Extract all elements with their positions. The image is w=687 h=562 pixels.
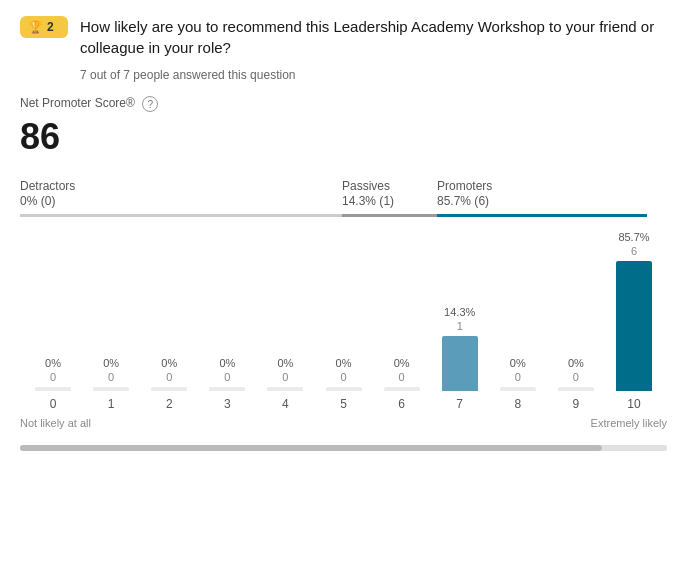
bar-pct-9: 0% — [568, 357, 584, 369]
question-badge: 🏆 2 — [20, 16, 68, 38]
bar-col-9: 0%0 — [547, 357, 605, 391]
promoters-category: Promoters 85.7% (6) — [437, 178, 647, 227]
bar-fill-0 — [35, 387, 71, 391]
bar-pct-8: 0% — [510, 357, 526, 369]
bar-col-3: 0%0 — [198, 357, 256, 391]
bar-pct-7: 14.3% — [444, 306, 475, 318]
bar-fill-10 — [616, 261, 652, 391]
bar-label-9: 9 — [547, 397, 605, 411]
bar-fill-5 — [326, 387, 362, 391]
passives-bar — [342, 214, 437, 217]
bar-fill-2 — [151, 387, 187, 391]
labels-row: 012345678910 — [20, 397, 667, 411]
passives-label: Passives — [342, 179, 390, 193]
extreme-labels: Not likely at all Extremely likely — [20, 417, 667, 429]
chart-area: 0%00%00%00%00%00%00%014.3%10%00%085.7%6 … — [20, 231, 667, 429]
bar-fill-7 — [442, 336, 478, 391]
nps-label: Net Promoter Score® ? — [20, 96, 667, 112]
bar-count-7: 1 — [457, 320, 463, 332]
bar-col-2: 0%0 — [140, 357, 198, 391]
passives-value: 14.3% (1) — [342, 194, 394, 208]
promoters-value: 85.7% (6) — [437, 194, 489, 208]
bar-col-10: 85.7%6 — [605, 231, 663, 391]
bar-col-0: 0%0 — [24, 357, 82, 391]
bar-pct-0: 0% — [45, 357, 61, 369]
bar-count-1: 0 — [108, 371, 114, 383]
detractors-category: Detractors 0% (0) — [20, 178, 342, 227]
badge-number: 2 — [47, 20, 54, 34]
bar-count-8: 0 — [515, 371, 521, 383]
bar-col-1: 0%0 — [82, 357, 140, 391]
bar-col-8: 0%0 — [489, 357, 547, 391]
detractors-value: 0% (0) — [20, 194, 55, 208]
bar-pct-4: 0% — [277, 357, 293, 369]
bar-label-1: 1 — [82, 397, 140, 411]
nps-help-button[interactable]: ? — [142, 96, 158, 112]
bar-fill-8 — [500, 387, 536, 391]
bar-label-7: 7 — [431, 397, 489, 411]
bar-count-10: 6 — [631, 245, 637, 257]
respondents-text: 7 out of 7 people answered this question — [80, 68, 667, 82]
bar-col-4: 0%0 — [256, 357, 314, 391]
right-extreme: Extremely likely — [591, 417, 667, 429]
bar-pct-10: 85.7% — [618, 231, 649, 243]
bar-count-2: 0 — [166, 371, 172, 383]
bar-fill-4 — [267, 387, 303, 391]
bar-label-3: 3 — [198, 397, 256, 411]
passives-category: Passives 14.3% (1) — [342, 178, 437, 227]
scrollbar-thumb — [20, 445, 602, 451]
bar-pct-1: 0% — [103, 357, 119, 369]
bars-row: 0%00%00%00%00%00%00%014.3%10%00%085.7%6 — [20, 231, 667, 391]
bar-label-6: 6 — [373, 397, 431, 411]
scrollbar-track[interactable] — [20, 445, 667, 451]
badge-icon: 🏆 — [28, 20, 43, 34]
bar-label-8: 8 — [489, 397, 547, 411]
bar-pct-3: 0% — [219, 357, 235, 369]
bar-count-9: 0 — [573, 371, 579, 383]
detractors-bar — [20, 214, 342, 217]
bar-col-7: 14.3%1 — [431, 306, 489, 391]
bar-label-0: 0 — [24, 397, 82, 411]
bar-fill-6 — [384, 387, 420, 391]
bar-pct-2: 0% — [161, 357, 177, 369]
bar-pct-6: 0% — [394, 357, 410, 369]
bar-fill-1 — [93, 387, 129, 391]
question-text: How likely are you to recommend this Lea… — [80, 16, 667, 58]
promoters-bar — [437, 214, 647, 217]
bar-label-2: 2 — [140, 397, 198, 411]
bar-col-6: 0%0 — [373, 357, 431, 391]
bar-fill-3 — [209, 387, 245, 391]
bar-count-0: 0 — [50, 371, 56, 383]
nps-score: 86 — [20, 116, 667, 158]
bar-label-4: 4 — [256, 397, 314, 411]
bar-fill-9 — [558, 387, 594, 391]
left-extreme: Not likely at all — [20, 417, 91, 429]
bar-count-3: 0 — [224, 371, 230, 383]
promoters-label: Promoters — [437, 179, 492, 193]
bar-pct-5: 0% — [336, 357, 352, 369]
bar-label-5: 5 — [314, 397, 372, 411]
bar-count-4: 0 — [282, 371, 288, 383]
bar-label-10: 10 — [605, 397, 663, 411]
bar-count-6: 0 — [399, 371, 405, 383]
detractors-label: Detractors — [20, 179, 75, 193]
categories-row: Detractors 0% (0) Passives 14.3% (1) Pro… — [20, 178, 667, 227]
bar-count-5: 0 — [340, 371, 346, 383]
bar-col-5: 0%0 — [314, 357, 372, 391]
